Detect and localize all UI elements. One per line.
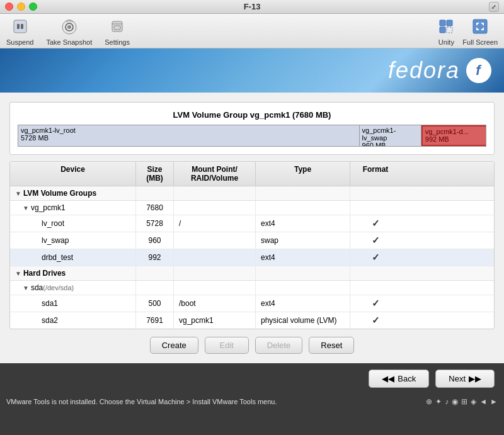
triangle-icon: ▼ <box>23 205 29 212</box>
svg-rect-6 <box>112 21 122 31</box>
edit-button[interactable]: Edit <box>205 337 249 354</box>
nav-buttons: ◀◀ Back Next ▶▶ <box>0 363 504 394</box>
vg-pcmk1-device: ▼ vg_pcmk1 <box>10 201 136 215</box>
col-device: Device <box>10 162 136 186</box>
lv-swap-row[interactable]: lv_swap 960 swap ✓ <box>10 232 494 249</box>
checkmark-icon: ✓ <box>372 252 380 263</box>
banner: fedora f <box>0 48 504 93</box>
checkmark-icon: ✓ <box>372 235 380 246</box>
svg-rect-1 <box>17 24 20 29</box>
sda-row: ▼ sda (/dev/sda) <box>10 281 494 295</box>
volume-icon: ♪ <box>445 397 449 406</box>
next-arrow-icon: ▶▶ <box>469 374 481 383</box>
vol-drbd-size: 992 MB <box>425 135 449 143</box>
lv-root-device: lv_root <box>10 215 136 232</box>
drbd-test-size: 992 <box>136 249 174 266</box>
main-content: LVM Volume Group vg_pcmk1 (7680 MB) vg_p… <box>0 93 504 363</box>
lvm-section-label: ▼ LVM Volume Groups <box>10 186 136 200</box>
take-snapshot-button[interactable]: Take Snapshot <box>46 16 92 46</box>
col-mount: Mount Point/RAID/Volume <box>174 162 256 186</box>
snapshot-label: Take Snapshot <box>46 38 92 46</box>
svg-rect-9 <box>440 20 445 26</box>
drbd-test-mount <box>174 249 256 266</box>
section-lvm: ▼ LVM Volume Groups <box>10 186 494 201</box>
fedora-f-letter: f <box>476 62 481 79</box>
close-button[interactable] <box>5 3 13 11</box>
lv-swap-type: swap <box>256 232 350 249</box>
sda2-row[interactable]: sda2 7691 vg_pcmk1 physical volume (LVM)… <box>10 312 494 329</box>
resize-button[interactable]: ⤢ <box>489 2 499 12</box>
titlebar: F-13 ⤢ <box>0 0 504 14</box>
action-buttons: Create Edit Delete Reset <box>9 337 495 354</box>
sda-device: ▼ sda (/dev/sda) <box>10 281 136 295</box>
lv-root-format: ✓ <box>350 215 401 232</box>
lv-root-row[interactable]: lv_root 5728 / ext4 ✓ <box>10 215 494 232</box>
sda2-size: 7691 <box>136 312 174 329</box>
volume-diagram: LVM Volume Group vg_pcmk1 (7680 MB) vg_p… <box>9 102 495 155</box>
sda1-size: 500 <box>136 295 174 312</box>
toolbar: Suspend Take Snapshot Settings <box>0 14 504 48</box>
toolbar-right: Unity Full Screen <box>436 16 498 46</box>
col-format: Format <box>350 162 401 186</box>
fedora-logo: fedora f <box>388 57 491 84</box>
disk-icon: ◉ <box>452 397 458 406</box>
minimize-button[interactable] <box>17 3 25 11</box>
settings-button[interactable]: Settings <box>105 16 130 46</box>
volume-bar: vg_pcmk1-lv_root 5728 MB vg_pcmk1-lv_swa… <box>18 125 486 147</box>
svg-rect-0 <box>14 20 26 33</box>
vol-lv-swap-segment[interactable]: vg_pcmk1-lv_swap 960 MB <box>360 125 421 146</box>
svg-rect-2 <box>21 24 23 29</box>
drbd-test-row[interactable]: drbd_test 992 ext4 ✓ <box>10 249 494 266</box>
window-title: F-13 <box>244 2 261 11</box>
col-type: Type <box>256 162 350 186</box>
statusbar-text: VMware Tools is not installed. Choose th… <box>6 398 420 405</box>
sda1-format: ✓ <box>350 295 401 312</box>
drbd-test-device: drbd_test <box>10 249 136 266</box>
table-header: Device Size(MB) Mount Point/RAID/Volume … <box>10 162 494 186</box>
reset-button[interactable]: Reset <box>309 337 354 354</box>
lv-swap-format: ✓ <box>350 232 401 249</box>
window-controls <box>5 3 37 11</box>
vol-root-size: 5728 MB <box>21 134 49 142</box>
checkmark-icon: ✓ <box>372 218 380 229</box>
lv-swap-device: lv_swap <box>10 232 136 249</box>
maximize-button[interactable] <box>29 3 37 11</box>
settings-label: Settings <box>105 38 130 46</box>
svg-rect-12 <box>447 27 452 33</box>
svg-rect-11 <box>440 27 445 33</box>
sda1-row[interactable]: sda1 500 /boot ext4 ✓ <box>10 295 494 312</box>
back-label: Back <box>398 374 416 383</box>
vol-swap-size: 960 MB <box>362 142 386 146</box>
delete-button[interactable]: Delete <box>255 337 303 354</box>
back-arrow-icon: ◀◀ <box>382 374 394 383</box>
lv-root-mount: / <box>174 215 256 232</box>
fullscreen-icon <box>470 16 490 37</box>
fullscreen-button[interactable]: Full Screen <box>462 16 498 46</box>
vol-swap-label: vg_pcmk1-lv_swap <box>362 127 418 142</box>
vol-drbd-segment[interactable]: vg_pcmk1-d... 992 MB <box>421 125 486 146</box>
vol-drbd-label: vg_pcmk1-d... <box>425 128 469 135</box>
suspend-label: Suspend <box>6 38 33 46</box>
volume-diagram-title: LVM Volume Group vg_pcmk1 (7680 MB) <box>18 110 486 120</box>
back-button[interactable]: ◀◀ Back <box>369 370 429 388</box>
next-button[interactable]: Next ▶▶ <box>435 370 495 388</box>
vol-lv-root-segment[interactable]: vg_pcmk1-lv_root 5728 MB <box>18 125 360 146</box>
unity-label: Unity <box>438 38 454 46</box>
next-label: Next <box>449 374 466 383</box>
suspend-button[interactable]: Suspend <box>6 16 33 46</box>
statusbar-icons: ⊕ ✦ ♪ ◉ ⊞ ◈ ◄ ► <box>426 397 498 406</box>
hdd-section-label: ▼ Hard Drives <box>10 266 136 280</box>
unity-button[interactable]: Unity <box>436 16 456 46</box>
vol-root-label: vg_pcmk1-lv_root <box>21 127 76 134</box>
sda1-type: ext4 <box>256 295 350 312</box>
network-icon: ⊕ <box>426 397 432 406</box>
create-button[interactable]: Create <box>150 337 198 354</box>
settings-icon <box>107 16 127 37</box>
svg-point-5 <box>67 25 71 29</box>
sda1-mount: /boot <box>174 295 256 312</box>
sda2-format: ✓ <box>350 312 401 329</box>
section-hdd: ▼ Hard Drives <box>10 266 494 281</box>
svg-rect-10 <box>447 20 452 26</box>
fedora-text: fedora <box>388 57 460 84</box>
sda2-type: physical volume (LVM) <box>256 312 350 329</box>
